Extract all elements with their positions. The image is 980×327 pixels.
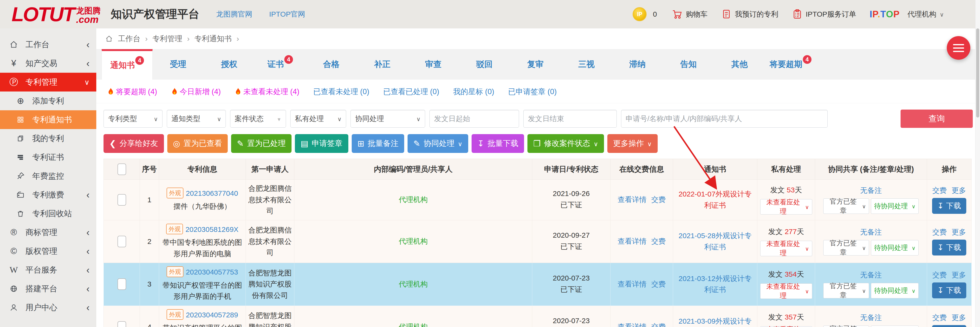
collab-handling-select[interactable]: 协同处理 [350,110,425,128]
breadcrumb-workbench[interactable]: 工作台 [118,34,140,44]
select-all-checkbox[interactable] [118,164,126,175]
op-more-link[interactable]: 更多 [951,271,966,279]
filter-viewed-unhandled[interactable]: 已查看未处理 (0) [313,87,369,97]
more-actions-button[interactable]: 更多操作 [607,134,658,153]
tab-late-fee[interactable]: 滞纳 [612,49,663,79]
collab-status-select[interactable]: 待协同处理 [871,325,919,327]
patent-type-select[interactable]: 专利类型 [103,110,162,128]
view-detail-link[interactable]: 查看详情 [618,196,647,204]
pay-fee-link[interactable]: 交费 [651,237,666,245]
floating-menu-button[interactable] [947,36,970,60]
download-button[interactable]: 下载 [932,239,967,255]
tab-examination[interactable]: 审查 [408,49,459,79]
tab-certificate[interactable]: 证书4 [255,49,306,79]
patent-number-link[interactable]: 202030581269X [185,225,238,233]
pay-fee-link[interactable]: 交费 [651,196,666,204]
lotut-site-link[interactable]: 龙图腾官网 [216,10,252,19]
scrollbar-thumb[interactable] [976,29,979,118]
filter-unviewed-unhandled[interactable]: 未查看未处理 (4) [235,87,299,97]
notice-link[interactable]: 2022-01-07外观设计专利证书 [675,188,755,211]
lotut-logo[interactable]: LOTUT 龙图腾 .com [11,4,100,24]
sidebar-item-trademark-management[interactable]: ® 商标管理 [0,223,96,242]
note-status-link[interactable]: 无备注 [817,186,925,196]
op-more-link[interactable]: 更多 [951,187,966,194]
row-checkbox[interactable] [118,194,126,206]
share-to-friends-button[interactable]: 分享给好友 [103,134,164,153]
batch-note-button[interactable]: 批量备注 [352,134,404,153]
row-checkbox[interactable] [118,236,126,247]
official-sign-select[interactable]: 官方已签章 [823,325,869,327]
patent-number-link[interactable]: 2020304057289 [186,311,238,319]
collab-status-select[interactable]: 待协同处理 [871,283,919,298]
issue-date-end-input[interactable] [523,110,617,128]
batch-download-button[interactable]: 批量下载 [472,134,524,153]
private-status-select[interactable]: 未查看应处理 [760,284,812,299]
ip-coin-balance[interactable]: IP [633,7,647,21]
sidebar-item-patent-payment[interactable]: 专利缴费 [0,185,96,204]
sidebar-item-build-platform[interactable]: 搭建平台 [0,279,96,298]
private-handling-select[interactable]: 私有处理 [290,110,346,128]
collab-status-select[interactable]: 待协同处理 [871,198,919,214]
op-pay-link[interactable]: 交费 [932,228,947,236]
collab-status-select[interactable]: 待协同处理 [871,240,919,255]
op-pay-link[interactable]: 交费 [932,187,947,194]
note-status-link[interactable]: 无备注 [817,270,925,280]
tab-rejection[interactable]: 驳回 [459,49,510,79]
row-checkbox[interactable] [118,321,126,327]
filter-signature-requested[interactable]: 已申请签章 (0) [508,87,557,97]
op-pay-link[interactable]: 交费 [932,271,947,279]
row-checkbox[interactable] [118,278,126,290]
sidebar-item-annual-fee-monitor[interactable]: 年费监控 [0,167,96,185]
private-status-select[interactable]: 未查看应处理 [760,241,812,256]
sidebar-item-add-patent[interactable]: ⊕ 添加专利 [0,91,96,110]
op-pay-link[interactable]: 交费 [932,314,947,321]
breadcrumb-patent-notices[interactable]: 专利通知书 [194,34,232,44]
account-menu[interactable]: 代理机构 [907,10,944,19]
note-status-link[interactable]: 无备注 [817,313,925,323]
tab-three-views[interactable]: 三视 [561,49,612,79]
mark-viewed-button[interactable]: 置为已查看 [167,134,228,153]
official-sign-select[interactable]: 官方已签章 [823,240,869,255]
case-status-select[interactable]: 案件状态 [230,110,286,128]
cart-button[interactable]: 购物车 [672,9,708,20]
patent-number-link[interactable]: 2020304057753 [186,268,238,276]
sidebar-item-patent-management[interactable]: Ⓟ 专利管理 [0,73,96,91]
filter-my-starred[interactable]: 我的星标 (0) [453,87,495,97]
tab-notices[interactable]: 通知书4 [102,49,153,80]
notice-link[interactable]: 2021-03-12外观设计专利证书 [675,273,755,295]
view-detail-link[interactable]: 查看详情 [618,280,647,288]
download-button[interactable]: 下载 [932,325,967,327]
sidebar-item-workbench[interactable]: 工作台 [0,35,96,54]
notice-type-select[interactable]: 通知类型 [167,110,226,128]
sidebar-item-user-center[interactable]: 用户中心 [0,298,96,317]
iptop-orders-button[interactable]: IPTOP服务订单 [792,9,856,20]
download-button[interactable]: 下载 [932,198,967,214]
sidebar-item-my-patents[interactable]: 我的专利 [0,129,96,148]
filter-viewed-handled[interactable]: 已查看已处理 (0) [383,87,439,97]
vertical-scrollbar[interactable] [975,0,980,327]
tab-qualified[interactable]: 合格 [306,49,357,79]
tab-acceptance[interactable]: 受理 [153,49,204,79]
op-more-link[interactable]: 更多 [951,228,966,236]
tab-other[interactable]: 其他 [714,49,765,79]
filter-new-today[interactable]: 今日新增 (4) [171,87,221,97]
sidebar-item-copyright-management[interactable]: © 版权管理 [0,242,96,260]
download-button[interactable]: 下载 [932,282,967,298]
view-detail-link[interactable]: 查看详情 [618,237,647,245]
pay-fee-link[interactable]: 交费 [651,323,666,327]
note-status-link[interactable]: 无备注 [817,227,925,237]
mark-handled-button[interactable]: 置为已处理 [231,134,291,153]
sidebar-item-ip-trade[interactable]: ¥ 知产交易 [0,54,96,73]
keyword-search-input[interactable] [621,110,827,128]
notice-link[interactable]: 2021-05-28外观设计专利证书 [675,230,755,253]
breadcrumb-patent-management[interactable]: 专利管理 [153,34,182,44]
iptop-site-link[interactable]: IPTOP官网 [269,10,305,19]
notice-link[interactable]: 2021-03-09外观设计专利证书 [675,316,755,327]
sidebar-item-patent-certificates[interactable]: 专利证书 [0,148,96,167]
sidebar-item-patent-recycle-bin[interactable]: 专利回收站 [0,204,96,223]
change-case-status-button[interactable]: 修改案件状态 [527,134,604,153]
official-sign-select[interactable]: 官方已签章 [823,198,869,214]
search-button[interactable]: 查询 [900,110,973,128]
tab-reexamination[interactable]: 复审 [510,49,561,79]
official-sign-select[interactable]: 官方已签章 [823,283,869,298]
